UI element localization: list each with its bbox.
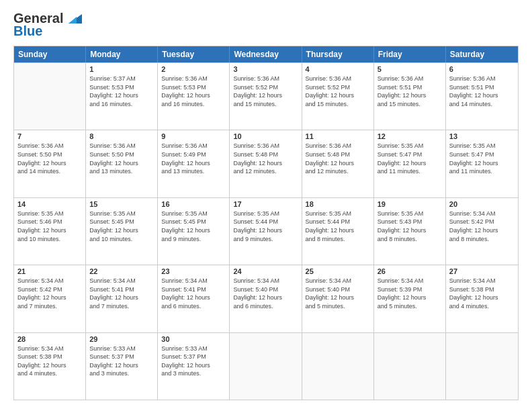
calendar-row-3: 14Sunrise: 5:35 AMSunset: 5:46 PMDayligh…	[14, 197, 518, 265]
cal-cell: 18Sunrise: 5:35 AMSunset: 5:44 PMDayligh…	[302, 198, 374, 265]
cal-cell: 26Sunrise: 5:34 AMSunset: 5:39 PMDayligh…	[374, 265, 446, 332]
cell-info-line: Sunrise: 5:36 AM	[449, 75, 515, 83]
cell-info-line: Sunrise: 5:34 AM	[378, 277, 442, 285]
cell-info-line: Sunrise: 5:33 AM	[161, 345, 226, 353]
day-number: 16	[161, 200, 226, 208]
cal-cell: 6Sunrise: 5:36 AMSunset: 5:51 PMDaylight…	[446, 63, 518, 130]
cell-info-line: Sunset: 5:47 PM	[449, 150, 515, 159]
calendar-header: SundayMondayTuesdayWednesdayThursdayFrid…	[14, 46, 518, 62]
cell-info-line: Daylight: 12 hours	[449, 226, 515, 235]
cell-info-line: Sunset: 5:52 PM	[306, 83, 370, 92]
cal-cell: 3Sunrise: 5:36 AMSunset: 5:52 PMDaylight…	[230, 63, 302, 130]
cell-info-line: Sunrise: 5:35 AM	[17, 210, 82, 218]
cal-cell: 14Sunrise: 5:35 AMSunset: 5:46 PMDayligh…	[14, 198, 86, 265]
cell-info-line: and 4 minutes.	[17, 369, 82, 378]
cell-info-line: Sunset: 5:42 PM	[17, 285, 82, 294]
cell-info-line: Sunrise: 5:35 AM	[378, 142, 442, 150]
cell-info-line: Daylight: 12 hours	[306, 159, 370, 168]
cal-cell	[302, 333, 374, 400]
cal-cell: 1Sunrise: 5:37 AMSunset: 5:53 PMDaylight…	[86, 63, 158, 130]
cal-cell: 24Sunrise: 5:34 AMSunset: 5:40 PMDayligh…	[230, 265, 302, 332]
cell-info-line: and 9 minutes.	[161, 235, 226, 244]
cal-cell: 4Sunrise: 5:36 AMSunset: 5:52 PMDaylight…	[302, 63, 374, 130]
cal-cell: 20Sunrise: 5:34 AMSunset: 5:42 PMDayligh…	[446, 198, 518, 265]
cell-info-line: Sunset: 5:40 PM	[233, 285, 298, 294]
calendar-body: 1Sunrise: 5:37 AMSunset: 5:53 PMDaylight…	[14, 62, 518, 400]
cal-cell: 22Sunrise: 5:34 AMSunset: 5:41 PMDayligh…	[86, 265, 158, 332]
cell-info-line: Daylight: 12 hours	[233, 293, 298, 302]
day-number: 7	[17, 132, 82, 140]
header-day-sunday: Sunday	[14, 46, 86, 62]
logo: General Blue	[13, 11, 85, 39]
cell-info-line: Sunset: 5:47 PM	[378, 150, 442, 159]
cell-info-line: Sunrise: 5:36 AM	[161, 142, 226, 150]
cal-cell: 23Sunrise: 5:34 AMSunset: 5:41 PMDayligh…	[158, 265, 230, 332]
cell-info-line: Sunset: 5:40 PM	[306, 285, 370, 294]
cell-info-line: and 9 minutes.	[233, 235, 298, 244]
cell-info-line: and 8 minutes.	[306, 235, 370, 244]
cell-info-line: Daylight: 12 hours	[17, 226, 82, 235]
cell-info-line: Sunrise: 5:34 AM	[89, 277, 154, 285]
cell-info-line: Sunrise: 5:35 AM	[306, 210, 370, 218]
cell-info-line: Sunrise: 5:36 AM	[17, 142, 82, 150]
cell-info-line: Sunset: 5:53 PM	[161, 83, 226, 92]
cell-info-line: and 10 minutes.	[17, 235, 82, 244]
cal-cell: 29Sunrise: 5:33 AMSunset: 5:37 PMDayligh…	[86, 333, 158, 400]
cell-info-line: Daylight: 12 hours	[161, 159, 226, 168]
day-number: 28	[17, 335, 82, 343]
cell-info-line: Sunset: 5:39 PM	[378, 285, 442, 294]
day-number: 27	[449, 267, 515, 275]
cell-info-line: and 16 minutes.	[89, 100, 154, 109]
cell-info-line: and 12 minutes.	[306, 167, 370, 176]
cal-cell: 15Sunrise: 5:35 AMSunset: 5:45 PMDayligh…	[86, 198, 158, 265]
cal-cell: 13Sunrise: 5:35 AMSunset: 5:47 PMDayligh…	[446, 130, 518, 197]
cell-info-line: and 6 minutes.	[161, 302, 226, 311]
day-number: 26	[378, 267, 442, 275]
cal-cell	[230, 333, 302, 400]
cell-info-line: and 3 minutes.	[89, 369, 154, 378]
day-number: 14	[17, 200, 82, 208]
cell-info-line: and 14 minutes.	[17, 167, 82, 176]
day-number: 6	[449, 65, 515, 73]
cell-info-line: Daylight: 12 hours	[378, 159, 442, 168]
day-number: 24	[233, 267, 298, 275]
cal-cell: 25Sunrise: 5:34 AMSunset: 5:40 PMDayligh…	[302, 265, 374, 332]
cell-info-line: Sunrise: 5:35 AM	[233, 210, 298, 218]
cal-cell: 27Sunrise: 5:34 AMSunset: 5:38 PMDayligh…	[446, 265, 518, 332]
cell-info-line: and 16 minutes.	[161, 100, 226, 109]
day-number: 11	[306, 132, 370, 140]
day-number: 17	[233, 200, 298, 208]
cal-cell	[374, 333, 446, 400]
cell-info-line: and 15 minutes.	[378, 100, 442, 109]
cal-cell: 19Sunrise: 5:35 AMSunset: 5:43 PMDayligh…	[374, 198, 446, 265]
calendar-row-4: 21Sunrise: 5:34 AMSunset: 5:42 PMDayligh…	[14, 265, 518, 332]
cell-info-line: Daylight: 12 hours	[306, 226, 370, 235]
cell-info-line: and 11 minutes.	[449, 167, 515, 176]
cell-info-line: and 5 minutes.	[378, 302, 442, 311]
cell-info-line: Sunrise: 5:36 AM	[161, 75, 226, 83]
header-day-thursday: Thursday	[302, 46, 374, 62]
cell-info-line: and 14 minutes.	[449, 100, 515, 109]
cell-info-line: Sunset: 5:51 PM	[378, 83, 442, 92]
cell-info-line: and 4 minutes.	[449, 302, 515, 311]
day-number: 5	[378, 65, 442, 73]
day-number: 9	[161, 132, 226, 140]
cell-info-line: Sunset: 5:48 PM	[306, 150, 370, 159]
day-number: 12	[378, 132, 442, 140]
cell-info-line: Sunset: 5:49 PM	[161, 150, 226, 159]
cell-info-line: Sunrise: 5:35 AM	[89, 210, 154, 218]
cell-info-line: Daylight: 12 hours	[233, 159, 298, 168]
day-number: 25	[306, 267, 370, 275]
cell-info-line: Sunset: 5:53 PM	[89, 83, 154, 92]
cell-info-line: and 6 minutes.	[233, 302, 298, 311]
logo-blue-text: Blue	[13, 24, 42, 39]
cell-info-line: and 8 minutes.	[449, 235, 515, 244]
cell-info-line: and 10 minutes.	[89, 235, 154, 244]
cell-info-line: Sunset: 5:44 PM	[306, 218, 370, 226]
cell-info-line: Sunset: 5:41 PM	[89, 285, 154, 294]
svg-marker-1	[69, 17, 77, 24]
cell-info-line: Daylight: 12 hours	[161, 226, 226, 235]
cell-info-line: Daylight: 12 hours	[233, 91, 298, 100]
cell-info-line: Sunrise: 5:36 AM	[306, 142, 370, 150]
cell-info-line: and 5 minutes.	[306, 302, 370, 311]
